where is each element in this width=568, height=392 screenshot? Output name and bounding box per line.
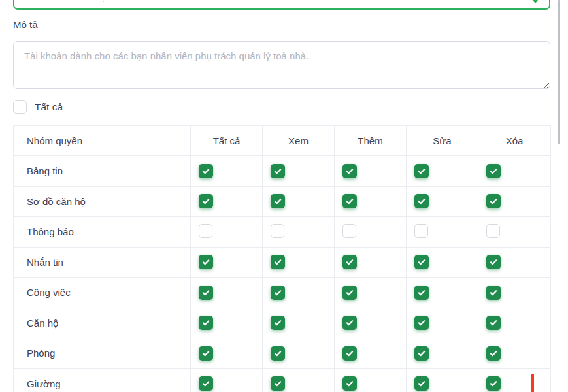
checkmark-icon [417,349,426,358]
permission-cell [263,156,335,187]
permission-cell [263,368,335,392]
permission-checkbox-checked[interactable] [342,286,357,300]
permission-checkbox-checked[interactable] [486,194,501,208]
table-header-row: Nhóm quyền Tất cả Xem Thêm Sửa Xóa [14,126,551,156]
checkmark-icon [417,257,426,267]
permission-checkbox-checked[interactable] [199,376,213,391]
permission-checkbox-checked[interactable] [414,255,429,269]
checkmark-icon [273,167,282,176]
permission-checkbox-checked[interactable] [486,376,501,391]
checkmark-icon [489,349,498,358]
checkmark-icon [273,379,282,388]
checkmark-icon [345,257,354,267]
permission-cell [478,338,551,369]
permission-cell [478,186,551,217]
permission-checkbox-checked[interactable] [199,164,213,178]
permission-cell [191,217,263,248]
description-label: Mô tả [13,19,38,30]
permission-checkbox-checked[interactable] [486,346,501,361]
permission-checkbox-checked[interactable] [414,286,429,300]
permission-checkbox-unchecked[interactable] [414,224,428,238]
permission-cell [478,308,551,338]
table-row: Nhắn tin [14,247,551,278]
permission-cell [407,338,478,369]
permission-checkbox-checked[interactable] [199,255,213,269]
checkmark-icon [345,197,354,206]
checkmark-icon [201,349,210,358]
permission-group-label: Sơ đồ căn hộ [14,186,191,217]
permission-checkbox-unchecked[interactable] [486,224,500,238]
permission-cell [407,308,478,338]
permission-checkbox-checked[interactable] [342,255,357,269]
red-cursor-mark [531,374,534,392]
permission-checkbox-checked[interactable] [271,346,285,361]
checkmark-icon [489,288,498,297]
checkmark-icon [273,257,282,267]
table-row: Công việc [14,278,551,308]
checkmark-icon [273,197,282,206]
permission-cell [335,338,407,369]
permission-checkbox-checked[interactable] [342,376,357,391]
permission-cell [478,156,551,187]
permission-checkbox-checked[interactable] [486,316,501,330]
column-header-edit: Sửa [407,126,478,156]
permission-checkbox-checked[interactable] [271,376,285,391]
permission-checkbox-checked[interactable] [486,164,501,178]
permission-checkbox-checked[interactable] [342,164,357,178]
permission-cell [407,278,478,308]
chevron-down-icon [532,0,539,3]
permission-cell [191,368,263,392]
permission-checkbox-checked[interactable] [199,316,213,330]
permission-checkbox-checked[interactable] [486,286,501,300]
permission-cell [263,247,335,278]
permission-cell [263,338,335,369]
select-all-checkbox[interactable] [13,100,27,114]
checkmark-icon [417,167,426,176]
permission-checkbox-unchecked[interactable] [199,224,212,238]
checkmark-icon [345,349,354,358]
permission-cell [191,278,263,308]
permission-checkbox-checked[interactable] [414,346,429,361]
permission-checkbox-checked[interactable] [199,194,213,208]
permission-cell [335,217,407,248]
checkmark-icon [417,379,426,388]
checkmark-icon [345,167,354,176]
checkmark-icon [417,288,426,297]
role-select[interactable]: Nhân viên chốt điện nước [13,0,550,10]
permission-checkbox-checked[interactable] [414,164,429,178]
permission-checkbox-unchecked[interactable] [271,224,284,238]
permission-cell [335,247,407,278]
permission-checkbox-checked[interactable] [414,316,429,330]
description-textarea[interactable] [13,41,550,89]
permission-checkbox-checked[interactable] [486,255,501,269]
checkmark-icon [273,288,282,297]
permissions-table: Nhóm quyền Tất cả Xem Thêm Sửa Xóa Bảng … [13,125,551,392]
permission-checkbox-checked[interactable] [342,316,357,330]
permission-checkbox-checked[interactable] [199,286,213,300]
permission-cell [335,186,407,217]
table-row: Sơ đồ căn hộ [14,186,551,217]
checkmark-icon [201,197,210,206]
column-header-group: Nhóm quyền [14,126,191,156]
permission-group-label: Bảng tin [14,156,191,187]
permission-group-label: Giường [14,368,191,392]
permission-checkbox-checked[interactable] [271,316,285,330]
permission-checkbox-checked[interactable] [271,255,285,269]
checkmark-icon [489,318,498,327]
permission-checkbox-checked[interactable] [271,286,285,300]
permission-checkbox-checked[interactable] [414,376,429,391]
permission-checkbox-checked[interactable] [342,194,357,208]
permission-cell [335,156,407,187]
permission-checkbox-checked[interactable] [342,346,357,361]
select-all-row: Tất cả [13,100,63,114]
permissions-table-body: Bảng tinSơ đồ căn hộThông báoNhắn tinCôn… [14,156,551,392]
permission-cell [191,308,263,338]
permission-checkbox-checked[interactable] [271,164,285,178]
permission-checkbox-checked[interactable] [199,346,213,361]
scrollbar-thumb[interactable] [558,0,560,144]
permission-group-label: Công việc [14,278,191,308]
permission-checkbox-unchecked[interactable] [342,224,356,238]
permission-checkbox-checked[interactable] [414,194,429,208]
permission-checkbox-checked[interactable] [271,194,285,208]
checkmark-icon [201,257,210,267]
